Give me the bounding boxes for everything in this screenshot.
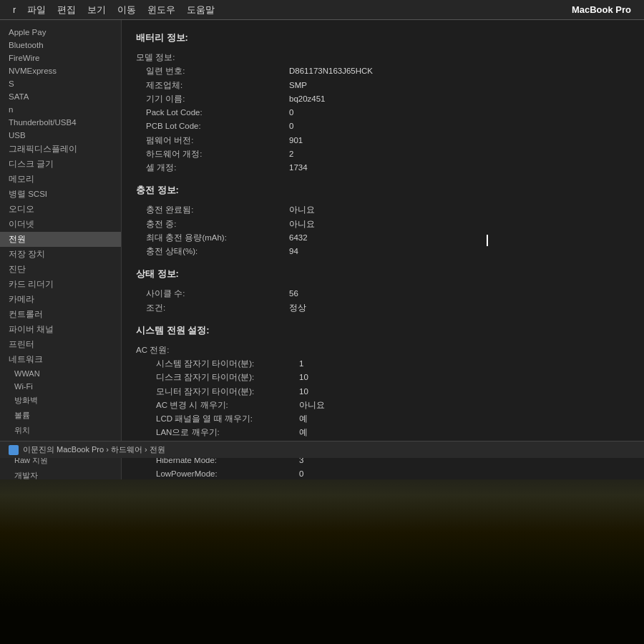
sys-sleep-value: 1 [299,358,303,370]
sidebar-item-thunderbolt[interactable]: Thunderbolt/USB4 [0,116,121,129]
sidebar-item-firewall[interactable]: 방화벽 [0,393,121,408]
sidebar-item-printer[interactable]: 프린터 [0,337,121,352]
disk-sleep-value: 10 [299,371,308,384]
sidebar-item-controller[interactable]: 컨트롤러 [0,307,121,322]
charging-value: 아니요 [289,218,315,230]
charge-percent-value: 94 [289,245,298,258]
charge-complete-row: 충전 완료됨: 아니요 [136,204,630,216]
condition-row: 조건: 정상 [136,302,630,314]
sidebar-item-graphics[interactable]: 그래픽디스플레이 [0,142,121,157]
lcd-wake-row: LCD 패널을 열 때 깨우기: 예 [136,413,630,425]
pcb-lot-row: PCB Lot Code: 0 [136,120,630,132]
ac-section-row: AC 전원: [136,344,630,356]
charge-percent-label: 충전 상태(%): [136,245,289,258]
menubar: r 파일 편집 보기 이동 윈도우 도움말 MacBook Pro [0,0,644,20]
lowpower-value: 0 [299,468,303,479]
ac-wake-row: AC 변경 시 깨우기: 아니요 [136,399,630,411]
menu-item-help[interactable]: 도움말 [181,4,220,16]
sidebar-item-network[interactable]: 네트워크 [0,352,121,367]
cell-rev-label: 셀 개정: [136,162,289,174]
battery-section-title: 배터리 정보: [136,31,630,44]
firmware-value: 901 [289,135,303,147]
firmware-label: 펌웨어 버전: [136,135,289,147]
model-label: 모델 정보: [136,52,279,64]
sidebar-item-diagnostics[interactable]: 진단 [0,262,121,277]
disk-sleep-label: 디스크 잠자기 타이머(분): [136,371,299,384]
charging-section-title: 충전 정보: [136,184,630,197]
background-photo [0,458,644,644]
menu-item-view[interactable]: 보기 [82,4,112,16]
window-title: MacBook Pro [566,4,637,15]
sidebar-item-camera[interactable]: 카메라 [0,292,121,307]
sidebar-item-fiberchannel[interactable]: 파이버 채널 [0,322,121,337]
pcb-lot-value: 0 [289,120,293,132]
charge-complete-value: 아니요 [289,204,315,216]
sidebar-item-volume[interactable]: 볼륨 [0,408,121,423]
system-section-title: 시스템 전원 설정: [136,324,630,337]
ac-section-label: AC 전원: [136,344,279,356]
sidebar-item-sata[interactable]: SATA [0,90,121,103]
sidebar-item-ethernet[interactable]: 이더넷 [0,217,121,232]
lowpower-row: LowPowerMode: 0 [136,468,630,479]
sidebar-item-usb[interactable]: USB [0,129,121,142]
sidebar-item-audio[interactable]: 오디오 [0,202,121,217]
device-name-value: bq20z451 [289,93,326,105]
serial-label: 일련 번호: [136,65,289,77]
sidebar-item-nvmexpress[interactable]: NVMExpress [0,64,121,77]
lan-wake-value: 예 [299,426,308,439]
firmware-row: 펌웨어 버전: 901 [136,135,630,147]
pcb-lot-label: PCB Lot Code: [136,120,289,132]
lowpower-label: LowPowerMode: [136,468,299,479]
menu-item-window[interactable]: 윈도우 [142,4,181,16]
breadcrumb-bar: 이문진의 MacBook Pro › 하드웨어 › 전원 [0,441,644,458]
menu-item-move[interactable]: 이동 [112,4,142,16]
status-section-title: 상태 정보: [136,268,630,280]
ac-wake-value: 아니요 [299,399,325,411]
cycle-count-row: 사이클 수: 56 [136,288,630,300]
cycle-count-value: 56 [289,288,298,300]
sidebar-item-wifi[interactable]: Wi-Fi [0,380,121,393]
sidebar-item-parallelscsi[interactable]: 병렬 SCSI [0,187,121,202]
manufacturer-value: SMP [289,79,307,92]
charge-percent-row: 충전 상태(%): 94 [136,245,630,258]
main-window: Apple Pay Bluetooth FireWire NVMExpress … [0,20,644,479]
lcd-wake-label: LCD 패널을 열 때 깨우기: [136,413,299,425]
sidebar-item-power[interactable]: 전원 [0,232,121,247]
device-name-label: 기기 이름: [136,93,289,105]
cell-rev-value: 1734 [289,162,308,174]
lan-wake-row: LAN으로 깨우기: 예 [136,426,630,439]
sidebar-item-s[interactable]: S [0,77,121,90]
sys-sleep-row: 시스템 잠자기 타이머(분): 1 [136,358,630,370]
pack-lot-value: 0 [289,107,293,119]
manufacturer-row: 제조업체: SMP [136,79,630,92]
max-capacity-value: 6432 [289,232,308,244]
breadcrumb-icon [9,445,19,455]
sidebar-item-memory[interactable]: 메모리 [0,172,121,187]
hardware-rev-label: 하드웨어 개정: [136,148,289,160]
max-capacity-row: 최대 충전 용량(mAh): 6432 [136,232,630,244]
content-area: 배터리 정보: 모델 정보: 일련 번호: D861173N163J65HCK … [122,20,644,479]
ac-wake-label: AC 변경 시 깨우기: [136,399,299,411]
monitor-sleep-value: 10 [299,386,308,398]
sidebar-item-developer[interactable]: 개발자 [0,468,121,479]
sidebar-item-location[interactable]: 위치 [0,423,121,438]
pack-lot-label: Pack Lot Code: [136,107,289,119]
sys-sleep-label: 시스템 잠자기 타이머(분): [136,358,299,370]
sidebar-item-firewire[interactable]: FireWire [0,52,121,64]
pack-lot-row: Pack Lot Code: 0 [136,107,630,119]
cycle-count-label: 사이클 수: [136,288,289,300]
sidebar-item-applepay[interactable]: Apple Pay [0,26,121,39]
charging-label: 충전 중: [136,218,289,230]
lcd-wake-value: 예 [299,413,308,425]
menu-item-r[interactable]: r [7,4,21,15]
menu-item-file[interactable]: 파일 [21,4,52,16]
sidebar-item-storage[interactable]: 저장 장치 [0,247,121,262]
menu-item-edit[interactable]: 편집 [52,4,82,16]
sidebar-item-n[interactable]: n [0,103,121,116]
charge-complete-label: 충전 완료됨: [136,204,289,216]
sidebar-item-cardreader[interactable]: 카드 리더기 [0,277,121,292]
sidebar-item-wwan[interactable]: WWAN [0,367,121,380]
sidebar-item-bluetooth[interactable]: Bluetooth [0,39,121,52]
condition-value: 정상 [289,302,306,314]
sidebar-item-disk[interactable]: 디스크 글기 [0,157,121,172]
